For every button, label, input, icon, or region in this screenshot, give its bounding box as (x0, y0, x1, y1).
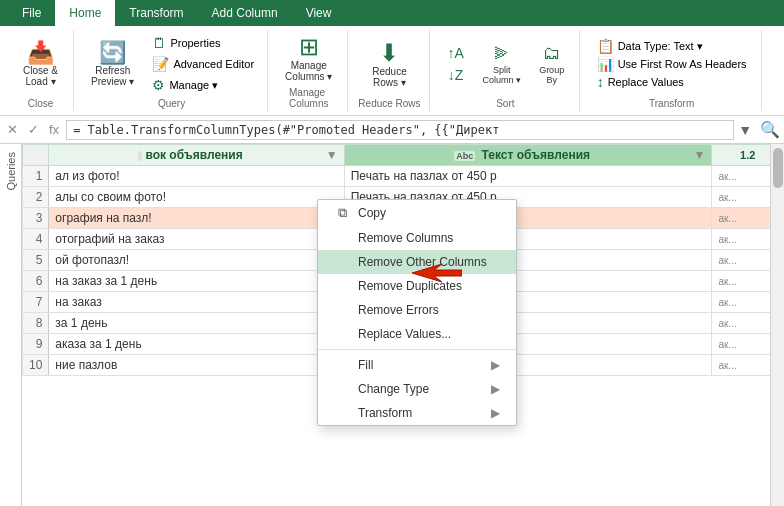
col1-header[interactable]: вок объявления ▼ (49, 145, 344, 166)
sort-asc-button[interactable]: ↑A (440, 43, 472, 63)
group-by-button[interactable]: 🗂 GroupBy (532, 40, 571, 88)
row-num-8: 8 (23, 313, 49, 334)
ctx-transform[interactable]: Transform ▶ (318, 401, 516, 425)
refresh-icon: 🔄 (99, 42, 126, 64)
table-row: 1 ал из фото! Печать на пазлах от 450 р … (23, 166, 784, 187)
tab-transform[interactable]: Transform (115, 0, 197, 26)
row-5-col1: ой фотопазл! (49, 250, 344, 271)
tab-view[interactable]: View (292, 0, 346, 26)
row-num-3: 3 (23, 208, 49, 229)
row-2-col1: алы со своим фото! (49, 187, 344, 208)
ribbon-group-sort: ↑A ↓Z ⫸ SplitColumn ▾ 🗂 GroupBy Sort (432, 30, 581, 111)
copy-icon: ⧉ (334, 205, 350, 221)
transform-arrow-icon: ▶ (491, 406, 500, 420)
manage-columns-button[interactable]: ⊞ ManageColumns ▾ (278, 32, 339, 85)
col2-name: Текст объявления (482, 148, 590, 162)
tab-home[interactable]: Home (55, 0, 115, 26)
close-load-label: Close &Load ▾ (23, 65, 58, 87)
manage-icon: ⚙ (152, 77, 165, 93)
split-column-label: SplitColumn ▾ (483, 65, 522, 85)
query-group-label: Query (158, 98, 185, 109)
row-7-col1: на заказ (49, 292, 344, 313)
reduce-rows-label: ReduceRows ▾ (372, 66, 406, 88)
ribbon-body: 📥 Close &Load ▾ Close 🔄 RefreshPreview ▾… (0, 26, 784, 116)
scrollbar-thumb[interactable] (773, 148, 783, 188)
row-num-4: 4 (23, 229, 49, 250)
ctx-remove-duplicates-label: Remove Duplicates (358, 279, 462, 293)
formula-bar: ✕ ✓ fx ▼ 🔍 (0, 116, 784, 144)
row-num-6: 6 (23, 271, 49, 292)
properties-icon: 🗒 (152, 35, 166, 51)
row-num-1: 1 (23, 166, 49, 187)
ctx-remove-other-columns[interactable]: Remove Other Columns (318, 250, 516, 274)
ctx-change-type[interactable]: Change Type ▶ (318, 377, 516, 401)
ctx-transform-label: Transform (358, 406, 412, 420)
row-6-col1: на заказ за 1 день (49, 271, 344, 292)
first-row-label: Use First Row As Headers (618, 58, 747, 70)
formula-search-icon[interactable]: 🔍 (760, 120, 780, 139)
manage-button[interactable]: ⚙ Manage ▾ (147, 75, 259, 95)
data-type-label: Data Type: Text ▾ (618, 40, 703, 53)
vertical-scrollbar[interactable] (770, 144, 784, 506)
tab-add-column[interactable]: Add Column (198, 0, 292, 26)
manage-columns-group-label: ManageColumns (289, 87, 328, 109)
ctx-copy[interactable]: ⧉ Copy (318, 200, 516, 226)
group-by-label: GroupBy (539, 65, 564, 85)
first-row-headers-row[interactable]: 📊 Use First Row As Headers (597, 55, 747, 73)
reduce-rows-button[interactable]: ⬇ ReduceRows ▾ (365, 38, 413, 91)
row-num-2: 2 (23, 187, 49, 208)
advanced-editor-button[interactable]: 📝 Advanced Editor (147, 54, 259, 74)
ctx-remove-columns-label: Remove Columns (358, 231, 453, 245)
query-group-content: 🔄 RefreshPreview ▾ 🗒 Properties 📝 Advanc… (84, 32, 259, 96)
row-1-col1: ал из фото! (49, 166, 344, 187)
formula-expand-icon[interactable]: ▼ (738, 122, 752, 138)
ctx-remove-duplicates[interactable]: Remove Duplicates (318, 274, 516, 298)
close-group-content: 📥 Close &Load ▾ (16, 32, 65, 96)
queries-label[interactable]: Queries (5, 144, 17, 199)
ribbon-group-manage-columns: ⊞ ManageColumns ▾ ManageColumns (270, 30, 348, 111)
properties-label: Properties (170, 37, 220, 49)
sort-desc-icon: ↓Z (448, 67, 464, 83)
formula-input[interactable] (66, 120, 734, 140)
cancel-button[interactable]: ✕ (4, 122, 21, 137)
sort-asc-icon: ↑A (447, 45, 463, 61)
row-9-col1: аказа за 1 день (49, 334, 344, 355)
tab-file[interactable]: File (8, 0, 55, 26)
transform-content: 📋 Data Type: Text ▾ 📊 Use First Row As H… (597, 32, 747, 96)
ctx-fill[interactable]: Fill ▶ (318, 353, 516, 377)
col2-filter-icon[interactable]: ▼ (694, 148, 706, 162)
ribbon-tabs: File Home Transform Add Column View (0, 0, 784, 26)
split-column-icon: ⫸ (493, 43, 511, 64)
replace-values-icon: ↕ (597, 74, 604, 90)
col2-header[interactable]: Abc Текст объявления ▼ (344, 145, 712, 166)
ribbon-group-transform: 📋 Data Type: Text ▾ 📊 Use First Row As H… (582, 30, 762, 111)
ctx-remove-columns[interactable]: Remove Columns (318, 226, 516, 250)
ctx-remove-errors[interactable]: Remove Errors (318, 298, 516, 322)
close-load-button[interactable]: 📥 Close &Load ▾ (16, 39, 65, 90)
ctx-replace-values[interactable]: Replace Values... (318, 322, 516, 346)
main-area: Queries вок объявления ▼ Abc Текст (0, 144, 784, 506)
fill-arrow-icon: ▶ (491, 358, 500, 372)
manage-columns-label: ManageColumns ▾ (285, 60, 332, 82)
manage-columns-icon: ⊞ (299, 35, 319, 59)
row-3-col1: ография на пазл! (49, 208, 344, 229)
ctx-change-type-label: Change Type (358, 382, 429, 396)
split-column-button[interactable]: ⫸ SplitColumn ▾ (476, 40, 529, 88)
properties-button[interactable]: 🗒 Properties (147, 33, 259, 53)
refresh-preview-button[interactable]: 🔄 RefreshPreview ▾ (84, 39, 141, 90)
replace-values-row[interactable]: ↕ Replace Values (597, 73, 747, 91)
row-1-col2: Печать на пазлах от 450 р (344, 166, 712, 187)
row-num-header (23, 145, 49, 166)
data-type-row[interactable]: 📋 Data Type: Text ▾ (597, 37, 747, 55)
advanced-editor-label: Advanced Editor (173, 58, 254, 70)
ribbon-group-close: 📥 Close &Load ▾ Close (8, 30, 74, 111)
advanced-editor-icon: 📝 (152, 56, 169, 72)
row-10-col1: ние пазлов (49, 355, 344, 376)
fx-button[interactable]: fx (46, 122, 62, 137)
row-num-5: 5 (23, 250, 49, 271)
sort-desc-button[interactable]: ↓Z (440, 65, 472, 85)
col1-filter-icon[interactable]: ▼ (326, 148, 338, 162)
close-load-icon: 📥 (27, 42, 54, 64)
confirm-button[interactable]: ✓ (25, 122, 42, 137)
col2-type-badge: Abc (454, 151, 475, 161)
